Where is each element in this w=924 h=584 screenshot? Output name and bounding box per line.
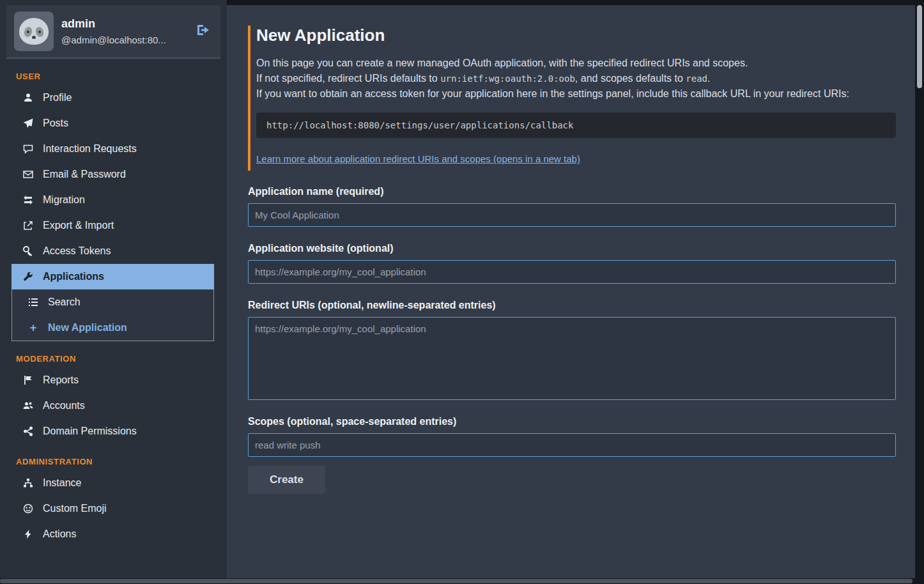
- sidebar-item-profile[interactable]: Profile: [0, 85, 227, 111]
- sidebar-item-accounts[interactable]: Accounts: [0, 393, 227, 419]
- paper-plane-icon: [22, 118, 34, 128]
- callback-url-code-block: http://localhost:8080/settings/user/appl…: [256, 112, 896, 138]
- scopes-label: Scopes (optional, space-separated entrie…: [248, 416, 896, 427]
- inline-code-oob: urn:ietf:wg:oauth:2.0:oob: [440, 73, 575, 84]
- envelope-lock-icon: [22, 169, 34, 180]
- sidebar-item-export-import[interactable]: Export & Import: [0, 213, 227, 238]
- sidebar-item-label: Posts: [43, 118, 68, 129]
- sidebar-item-instance[interactable]: Instance: [0, 470, 227, 496]
- applications-submenu: Search + New Application: [12, 289, 214, 341]
- create-button[interactable]: Create: [248, 466, 325, 494]
- page-title: New Application: [256, 26, 896, 45]
- vertical-scrollbar-track: [915, 0, 924, 578]
- section-title-administration: ADMINISTRATION: [16, 457, 227, 466]
- plus-icon: +: [27, 322, 39, 334]
- section-title-user: USER: [16, 72, 227, 81]
- user-card: admin @admin@localhost:80...: [6, 5, 220, 59]
- sidebar-item-domain-permissions[interactable]: Domain Permissions: [0, 419, 227, 444]
- sidebar-item-label: Actions: [43, 528, 76, 540]
- sidebar-item-label: Profile: [43, 92, 72, 104]
- description-line-3: If you want to obtain an access token fo…: [256, 86, 896, 102]
- sidebar-item-label: Interaction Requests: [43, 143, 137, 155]
- user-meta: admin @admin@localhost:80...: [61, 17, 186, 45]
- new-application-form: Application name (required) Application …: [248, 186, 896, 494]
- arrows-left-right-icon: [22, 195, 34, 205]
- sidebar-item-label: Export & Import: [43, 220, 114, 231]
- horizontal-scrollbar-track: [0, 578, 924, 584]
- user-handle: @admin@localhost:80...: [61, 35, 186, 45]
- user-icon: [22, 93, 34, 103]
- field-application-name: Application name (required): [248, 186, 896, 227]
- list-icon: [27, 297, 39, 307]
- page-intro: New Application On this page you can cre…: [248, 26, 896, 171]
- key-icon: [22, 246, 34, 256]
- sidebar-item-label: Reports: [43, 374, 79, 386]
- sidebar-item-label: Accounts: [43, 400, 85, 411]
- new-application-page: New Application On this page you can cre…: [227, 5, 915, 494]
- application-name-input[interactable]: [248, 203, 896, 227]
- smiley-icon: [22, 503, 34, 514]
- sidebar-item-search[interactable]: Search: [12, 289, 213, 315]
- logout-icon[interactable]: [194, 21, 213, 42]
- avatar: [14, 12, 54, 51]
- sidebar: admin @admin@localhost:80... USER Profil…: [0, 0, 227, 578]
- redirect-uris-textarea[interactable]: [248, 317, 896, 400]
- sidebar-item-new-application[interactable]: + New Application: [12, 315, 213, 341]
- sidebar-item-label: Migration: [43, 194, 85, 206]
- description-line-1: On this page you can create a new manage…: [256, 56, 896, 71]
- application-website-input[interactable]: [248, 260, 896, 284]
- inline-code-read: read: [686, 73, 707, 84]
- share-nodes-icon: [22, 426, 34, 436]
- sidebar-item-label: Domain Permissions: [43, 426, 137, 437]
- application-name-label: Application name (required): [248, 186, 896, 197]
- scopes-input[interactable]: [248, 433, 896, 457]
- sidebar-item-actions[interactable]: Actions: [0, 521, 227, 547]
- application-website-label: Application website (optional): [248, 243, 896, 254]
- sidebar-item-posts[interactable]: Posts: [0, 111, 227, 136]
- sidebar-item-label: Applications: [43, 271, 104, 282]
- export-icon: [22, 220, 34, 231]
- sidebar-item-migration[interactable]: Migration: [0, 187, 227, 213]
- users-icon: [22, 401, 34, 411]
- sidebar-item-access-tokens[interactable]: Access Tokens: [0, 238, 227, 264]
- vertical-scrollbar-thumb[interactable]: [917, 5, 922, 88]
- sidebar-item-custom-emoji[interactable]: Custom Emoji: [0, 496, 227, 521]
- sitemap-icon: [22, 478, 34, 488]
- sidebar-item-email-password[interactable]: Email & Password: [0, 162, 227, 187]
- bolt-icon: [22, 529, 34, 539]
- sidebar-item-label: Access Tokens: [43, 245, 111, 257]
- sidebar-item-interaction-requests[interactable]: Interaction Requests: [0, 136, 227, 162]
- user-name: admin: [61, 17, 186, 31]
- horizontal-scrollbar-thumb[interactable]: [0, 579, 912, 583]
- wrench-icon: [22, 272, 34, 282]
- sidebar-item-label: Email & Password: [43, 169, 126, 180]
- sidebar-item-label: Custom Emoji: [43, 503, 107, 514]
- learn-more-link[interactable]: Learn more about application redirect UR…: [256, 153, 580, 164]
- field-scopes: Scopes (optional, space-separated entrie…: [248, 416, 896, 457]
- field-redirect-uris: Redirect URIs (optional, newline-separat…: [248, 300, 896, 400]
- section-title-moderation: MODERATION: [16, 354, 227, 364]
- sidebar-item-reports[interactable]: Reports: [0, 367, 227, 393]
- main-panel: New Application On this page you can cre…: [227, 5, 915, 578]
- sidebar-item-label: Search: [48, 296, 81, 308]
- comment-icon: [22, 144, 34, 154]
- description-line-2: If not specified, redirect URIs defaults…: [256, 71, 896, 86]
- sidebar-item-applications[interactable]: Applications: [12, 264, 214, 289]
- redirect-uris-label: Redirect URIs (optional, newline-separat…: [248, 300, 896, 311]
- field-application-website: Application website (optional): [248, 243, 896, 284]
- sidebar-item-label: Instance: [43, 477, 81, 489]
- applications-group: Applications Search + New Application: [12, 264, 214, 341]
- sidebar-item-label: New Application: [48, 322, 127, 334]
- flag-icon: [22, 375, 34, 385]
